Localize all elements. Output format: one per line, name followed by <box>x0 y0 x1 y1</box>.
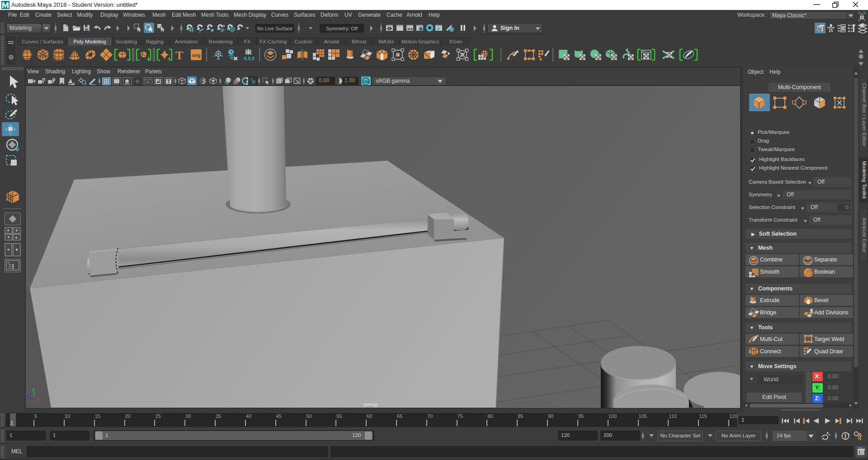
svg-text:{;}: {;} <box>859 451 866 455</box>
svg-text:0,0,0: 0,0,0 <box>244 56 255 61</box>
svg-text:svg: svg <box>192 52 201 58</box>
svg-text:IPR: IPR <box>407 27 413 31</box>
svg-text:T: T <box>167 79 170 84</box>
svg-text:persp: persp <box>364 402 378 407</box>
svg-text:x: x <box>37 398 39 402</box>
svg-text:ON: ON <box>363 79 368 83</box>
svg-text:z: z <box>27 394 28 398</box>
svg-text:T: T <box>175 49 183 61</box>
svg-text:y: y <box>33 387 35 392</box>
